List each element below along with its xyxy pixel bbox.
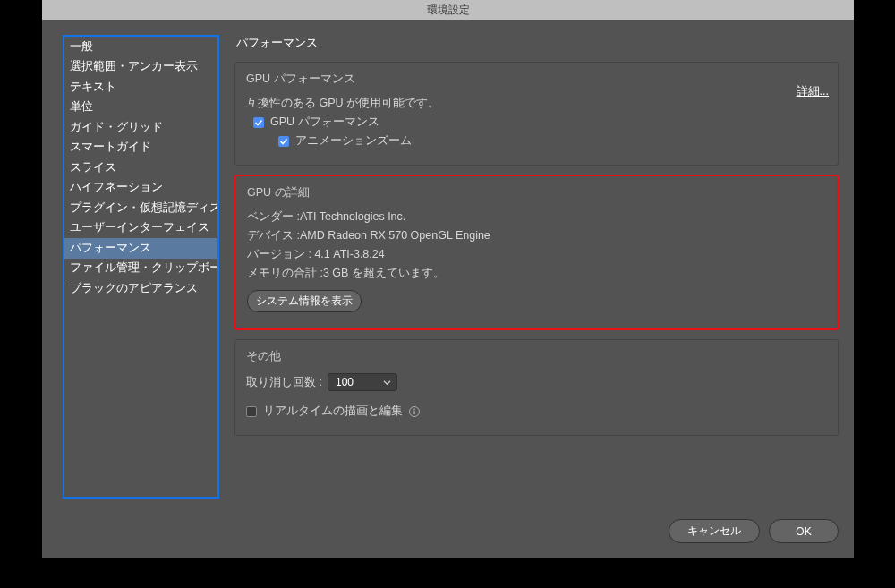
other-title: その他 [246, 349, 827, 364]
realtime-draw-checkbox-row[interactable]: リアルタイムの描画と編集 [246, 404, 827, 419]
gpu-details-title: GPU の詳細 [247, 185, 826, 200]
category-sidebar: 一般選択範囲・アンカー表示テキスト単位ガイド・グリッドスマートガイドスライスハイ… [63, 35, 219, 499]
gpu-performance-group: GPU パフォーマンス 詳細... 互換性のある GPU が使用可能です。 GP… [234, 62, 839, 166]
sidebar-item[interactable]: ハイフネーション [64, 178, 217, 199]
sidebar-item[interactable]: 選択範囲・アンカー表示 [64, 57, 217, 78]
sidebar-item[interactable]: スマートガイド [64, 138, 217, 158]
sidebar-item[interactable]: プラグイン・仮想記憶ディスク [64, 198, 217, 218]
sidebar-item[interactable]: 単位 [64, 98, 217, 118]
gpu-performance-checkbox-row[interactable]: GPU パフォーマンス [246, 115, 827, 130]
titlebar: 環境設定 [42, 0, 854, 20]
anim-zoom-checkbox-row[interactable]: アニメーションズーム [246, 133, 827, 149]
content: 一般選択範囲・アンカー表示テキスト単位ガイド・グリッドスマートガイドスライスハイ… [42, 20, 854, 558]
sidebar-item[interactable]: ブラックのアピアランス [64, 278, 217, 299]
other-group: その他 取り消し回数 : 100 リアルタイムの描画と編集 [234, 339, 839, 436]
checkbox-checked-icon [278, 136, 289, 147]
gpu-memory: メモリの合計 :3 GB を超えています。 [247, 266, 826, 281]
sidebar-item[interactable]: ファイル管理・クリップボード [64, 259, 217, 279]
gpu-device: デバイス :AMD Radeon RX 570 OpenGL Engine [247, 228, 826, 243]
checkbox-checked-icon [253, 117, 264, 128]
dialog-footer: キャンセル OK [669, 519, 839, 543]
gpu-compat-text: 互換性のある GPU が使用可能です。 [246, 96, 827, 111]
gpu-performance-checkbox-label: GPU パフォーマンス [270, 115, 379, 130]
sidebar-item[interactable]: ガイド・グリッド [64, 117, 217, 138]
undo-count-row: 取り消し回数 : 100 [246, 373, 827, 391]
gpu-version: バージョン : 4.1 ATI-3.8.24 [247, 247, 826, 262]
cancel-button[interactable]: キャンセル [669, 519, 760, 543]
main-panel: パフォーマンス GPU パフォーマンス 詳細... 互換性のある GPU が使用… [234, 35, 839, 445]
gpu-vendor: ベンダー :ATI Technologies Inc. [247, 209, 826, 225]
sidebar-item[interactable]: テキスト [64, 77, 217, 98]
gpu-details-group: GPU の詳細 ベンダー :ATI Technologies Inc. デバイス… [234, 175, 839, 330]
sidebar-item[interactable]: パフォーマンス [64, 238, 217, 259]
anim-zoom-checkbox-label: アニメーションズーム [295, 133, 412, 149]
window-title: 環境設定 [427, 3, 470, 18]
undo-count-select[interactable]: 100 [328, 373, 397, 391]
undo-count-value: 100 [336, 376, 354, 388]
details-link[interactable]: 詳細... [797, 84, 829, 99]
sidebar-item[interactable]: スライス [64, 158, 217, 178]
preferences-window: 環境設定 一般選択範囲・アンカー表示テキスト単位ガイド・グリッドスマートガイドス… [42, 0, 854, 558]
gpu-performance-title: GPU パフォーマンス [246, 72, 827, 87]
realtime-draw-checkbox-label: リアルタイムの描画と編集 [263, 404, 403, 419]
svg-point-1 [413, 408, 415, 410]
show-system-info-button[interactable]: システム情報を表示 [247, 290, 362, 312]
ok-button[interactable]: OK [769, 519, 839, 543]
svg-rect-2 [413, 411, 414, 414]
page-title: パフォーマンス [234, 35, 839, 51]
sidebar-item[interactable]: ユーザーインターフェイス [64, 218, 217, 239]
info-icon [408, 405, 421, 418]
sidebar-item[interactable]: 一般 [64, 37, 217, 57]
checkbox-unchecked-icon [246, 406, 257, 417]
chevron-down-icon [383, 379, 391, 387]
undo-count-label: 取り消し回数 : [246, 375, 322, 390]
